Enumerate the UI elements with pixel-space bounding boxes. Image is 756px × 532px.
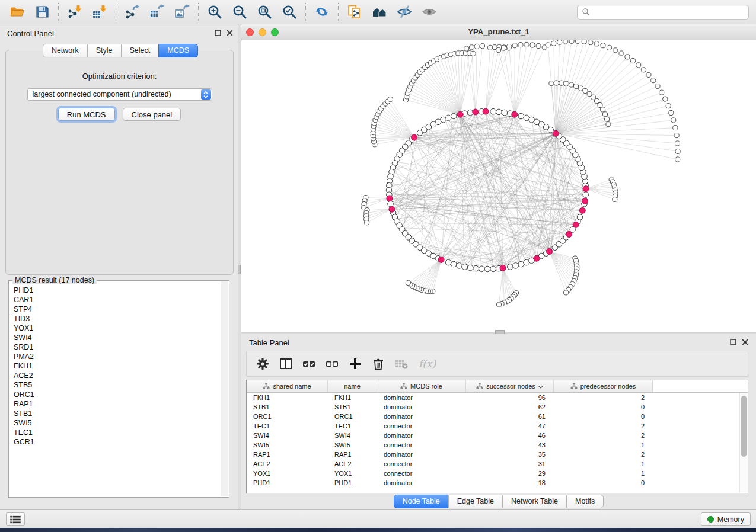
graph-node[interactable] <box>554 81 559 85</box>
refresh-button[interactable] <box>314 4 330 20</box>
copy-share-button[interactable] <box>346 4 363 20</box>
graph-node[interactable] <box>605 117 610 121</box>
save-button[interactable] <box>34 4 50 20</box>
tab-motifs[interactable]: Motifs <box>566 495 604 508</box>
graph-node[interactable] <box>671 118 676 123</box>
graph-node[interactable] <box>530 43 535 47</box>
graph-node[interactable] <box>496 109 502 115</box>
graph-node[interactable] <box>598 102 602 107</box>
close-panel-icon[interactable] <box>742 339 748 345</box>
graph-hub-node[interactable] <box>583 186 589 192</box>
graph-node[interactable] <box>673 126 678 130</box>
optimization-criterion-select[interactable]: largest connected component (undirected) <box>27 88 212 101</box>
mcds-result-item[interactable]: STB5 <box>14 380 221 390</box>
graph-node[interactable] <box>488 45 493 50</box>
mcds-result-item[interactable]: GCR1 <box>14 437 221 447</box>
graph-node[interactable] <box>674 133 679 138</box>
graph-hub-node[interactable] <box>483 108 489 114</box>
table-scrollbar[interactable] <box>739 393 748 492</box>
graph-node[interactable] <box>524 259 529 265</box>
graph-node[interactable] <box>641 68 646 72</box>
graph-node[interactable] <box>457 263 462 269</box>
graph-hub-node[interactable] <box>547 248 553 254</box>
graph-node[interactable] <box>675 157 680 162</box>
graph-node[interactable] <box>417 130 423 136</box>
graph-hub-node[interactable] <box>566 231 572 237</box>
close-panel-icon[interactable] <box>227 30 233 36</box>
graph-hub-node[interactable] <box>473 109 479 115</box>
houses-button[interactable] <box>371 4 388 20</box>
graph-node[interactable] <box>490 108 496 114</box>
graph-node[interactable] <box>484 266 490 272</box>
graph-node[interactable] <box>462 264 468 270</box>
network-window-titlebar[interactable]: YPA_prune.txt_1 <box>241 24 756 40</box>
graph-hub-node[interactable] <box>579 207 585 213</box>
close-panel-button[interactable]: Close panel <box>123 108 181 121</box>
graph-node[interactable] <box>551 41 556 46</box>
graph-node[interactable] <box>594 41 599 46</box>
graph-node[interactable] <box>591 95 596 100</box>
mcds-result-item[interactable]: ACE2 <box>14 371 221 380</box>
graph-hub-node[interactable] <box>573 222 579 227</box>
graph-node[interactable] <box>388 97 393 102</box>
hide-eye-button[interactable] <box>396 4 413 20</box>
graph-node[interactable] <box>601 43 605 48</box>
memory-button[interactable]: Memory <box>701 512 751 526</box>
graph-node[interactable] <box>576 40 580 44</box>
graph-node[interactable] <box>507 44 512 49</box>
graph-node[interactable] <box>529 117 535 123</box>
graph-node[interactable] <box>524 115 529 121</box>
graph-node[interactable] <box>464 46 469 51</box>
graph-node[interactable] <box>557 40 562 44</box>
import-table-button[interactable] <box>91 4 108 20</box>
column-header-name[interactable]: name <box>328 380 377 392</box>
settings-gear-button[interactable] <box>256 357 270 371</box>
graph-hub-node[interactable] <box>387 196 393 201</box>
table-row[interactable]: ACE2ACE2connector311 <box>247 459 748 469</box>
graph-node[interactable] <box>602 112 607 117</box>
graph-node[interactable] <box>469 45 474 50</box>
graph-node[interactable] <box>496 47 501 52</box>
mcds-result-item[interactable]: STB1 <box>14 409 221 418</box>
graph-hub-node[interactable] <box>582 198 588 204</box>
tab-node-table[interactable]: Node Table <box>394 495 449 508</box>
graph-hub-node[interactable] <box>534 255 540 261</box>
export-network-button[interactable] <box>124 4 141 20</box>
graph-node[interactable] <box>388 201 394 207</box>
splitter-grip[interactable] <box>238 265 241 274</box>
table-row[interactable]: TEC1TEC1connector472 <box>247 421 748 431</box>
graph-node[interactable] <box>524 42 529 47</box>
network-graph[interactable] <box>241 40 756 332</box>
column-header-predecessor-nodes[interactable]: predecessor nodes <box>554 380 653 392</box>
graph-node[interactable] <box>563 40 568 44</box>
graph-node[interactable] <box>364 220 369 225</box>
graph-hub-node[interactable] <box>457 111 463 117</box>
table-row[interactable]: FKH1FKH1dominator962 <box>247 393 748 402</box>
graph-node[interactable] <box>501 46 506 50</box>
import-network-button[interactable] <box>66 4 83 20</box>
graph-node[interactable] <box>569 82 573 87</box>
graph-node[interactable] <box>583 88 588 93</box>
delete-row-button[interactable] <box>371 357 385 371</box>
graph-node[interactable] <box>518 113 524 119</box>
mcds-result-item[interactable]: PHD1 <box>14 286 221 295</box>
mcds-result-item[interactable]: YOX1 <box>14 323 221 333</box>
float-panel-icon[interactable] <box>215 30 221 36</box>
graph-node[interactable] <box>490 266 496 272</box>
table-row[interactable]: SWI5SWI5connector431 <box>247 440 748 450</box>
graph-node[interactable] <box>518 261 524 267</box>
graph-hub-node[interactable] <box>512 111 518 117</box>
graph-node[interactable] <box>513 263 519 269</box>
clear-checks-button[interactable] <box>325 357 339 371</box>
graph-node[interactable] <box>646 72 651 77</box>
graph-node[interactable] <box>471 51 476 56</box>
graph-node[interactable] <box>651 78 656 83</box>
mcds-result-item[interactable]: STP4 <box>14 305 221 314</box>
tab-network-table[interactable]: Network Table <box>502 495 567 508</box>
graph-node[interactable] <box>473 265 479 271</box>
graph-node[interactable] <box>675 149 680 153</box>
graph-node[interactable] <box>583 192 589 198</box>
tab-network[interactable]: Network <box>43 44 88 57</box>
zoom-in-button[interactable] <box>206 4 223 20</box>
graph-hub-node[interactable] <box>412 134 417 140</box>
